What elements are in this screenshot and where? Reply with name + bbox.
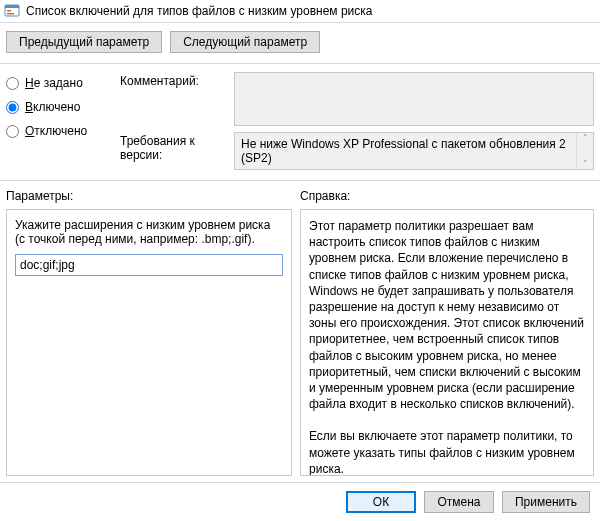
radio-not-configured-input[interactable] [6, 77, 19, 90]
radio-enabled[interactable]: Включено [6, 100, 116, 114]
window-title: Список включений для типов файлов с низк… [26, 4, 372, 18]
radio-enabled-text: ключено [33, 100, 80, 114]
radio-disabled-text: тключено [34, 124, 87, 138]
radio-enabled-input[interactable] [6, 101, 19, 114]
svg-rect-2 [7, 10, 11, 12]
comment-requirements-col: Комментарий: Требования к версии: Не ниж… [120, 72, 594, 170]
requirements-box: Не ниже Windows XP Professional с пакето… [234, 132, 594, 170]
radio-enabled-hotkey: В [25, 100, 33, 114]
section-labels: Параметры: Справка: [0, 181, 600, 209]
params-section-label: Параметры: [6, 189, 300, 203]
ok-button[interactable]: ОК [346, 491, 416, 513]
svg-rect-3 [7, 13, 14, 15]
radio-not-configured-text: е задано [34, 76, 83, 90]
svg-rect-1 [5, 5, 19, 8]
radio-not-configured-hotkey: Н [25, 76, 34, 90]
radio-disabled-hotkey: О [25, 124, 34, 138]
lower-panes: Укажите расширения с низким уровнем риск… [0, 209, 600, 482]
requirements-row: Требования к версии: Не ниже Windows XP … [120, 132, 594, 170]
config-top-pane: Не задано Включено Отключено Комментарий… [0, 64, 600, 181]
titlebar: Список включений для типов файлов с низк… [0, 0, 600, 23]
radio-not-configured[interactable]: Не задано [6, 76, 116, 90]
requirements-label: Требования к версии: [120, 132, 228, 170]
comment-row: Комментарий: [120, 72, 594, 126]
extensions-input[interactable] [15, 254, 283, 276]
group-policy-property-window: Список включений для типов файлов с низк… [0, 0, 600, 521]
radio-disabled-input[interactable] [6, 125, 19, 138]
cancel-button[interactable]: Отмена [424, 491, 494, 513]
next-setting-button[interactable]: Следующий параметр [170, 31, 320, 53]
prev-setting-button[interactable]: Предыдущий параметр [6, 31, 162, 53]
comment-label: Комментарий: [120, 72, 228, 88]
dialog-footer: ОК Отмена Применить [0, 482, 600, 521]
help-pane[interactable]: Этот параметр политики разрешает вам нас… [300, 209, 594, 476]
scroll-up-icon: ˄ [583, 133, 588, 143]
requirements-text: Не ниже Windows XP Professional с пакето… [241, 137, 566, 165]
extensions-label: Укажите расширения с низким уровнем риск… [15, 218, 283, 246]
scroll-down-icon: ˅ [583, 159, 588, 169]
radio-disabled[interactable]: Отключено [6, 124, 116, 138]
comment-textarea[interactable] [234, 72, 594, 126]
app-icon [4, 3, 20, 19]
nav-row: Предыдущий параметр Следующий параметр [0, 23, 600, 64]
apply-button[interactable]: Применить [502, 491, 590, 513]
state-radio-group: Не задано Включено Отключено [6, 72, 116, 170]
parameters-pane: Укажите расширения с низким уровнем риск… [6, 209, 292, 476]
help-section-label: Справка: [300, 189, 594, 203]
requirements-scrollbar[interactable]: ˄ ˅ [576, 133, 593, 169]
